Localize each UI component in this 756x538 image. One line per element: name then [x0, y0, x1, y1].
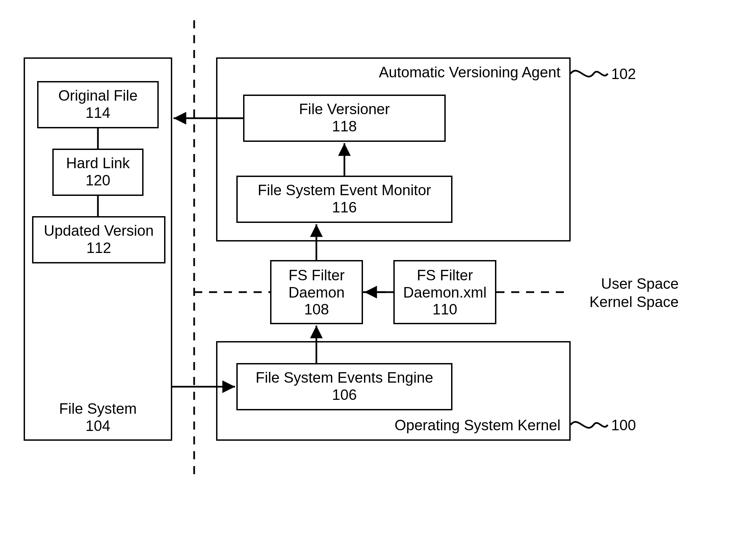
squiggle-100 — [571, 422, 608, 428]
hard-link-label: Hard Link 120 — [52, 155, 144, 189]
fs-filter-daemon-xml-label: FS Filter Daemon.xml 110 — [393, 267, 496, 318]
updated-version-label: Updated Version 112 — [32, 222, 165, 256]
file-versioner-num: 118 — [243, 118, 446, 135]
fs-filter-daemon-num: 108 — [270, 301, 363, 318]
updated-version-title: Updated Version — [32, 222, 165, 239]
hard-link-num: 120 — [52, 172, 144, 189]
agent-ref-num: 102 — [611, 66, 636, 82]
original-file-title: Original File — [37, 87, 159, 104]
updated-version-num: 112 — [32, 239, 165, 257]
event-monitor-title: File System Event Monitor — [236, 182, 452, 199]
fs-filter-daemon-xml-l1: FS Filter — [393, 267, 496, 284]
original-file-label: Original File 114 — [37, 87, 159, 121]
file-versioner-label: File Versioner 118 — [243, 101, 446, 135]
diagram-stage: File System 104 Original File 114 Hard L… — [0, 0, 756, 538]
user-space-label: User Space — [577, 276, 679, 292]
file-system-num: 104 — [24, 417, 172, 435]
event-monitor-num: 116 — [236, 199, 452, 216]
events-engine-num: 106 — [236, 386, 452, 404]
kernel-space-label: Kernel Space — [564, 294, 679, 310]
original-file-num: 114 — [37, 104, 159, 122]
fs-filter-daemon-l1: FS Filter — [270, 267, 363, 284]
events-engine-title: File System Events Engine — [236, 369, 452, 386]
agent-title: Automatic Versioning Agent — [216, 64, 561, 80]
fs-filter-daemon-xml-num: 110 — [393, 301, 496, 318]
fs-filter-daemon-label: FS Filter Daemon 108 — [270, 267, 363, 318]
event-monitor-label: File System Event Monitor 116 — [236, 182, 452, 216]
file-system-label: File System 104 — [24, 400, 172, 434]
kernel-title: Operating System Kernel — [216, 417, 561, 433]
fs-filter-daemon-l2: Daemon — [270, 284, 363, 301]
kernel-ref-num: 100 — [611, 417, 636, 433]
file-system-title: File System — [24, 400, 172, 417]
fs-filter-daemon-xml-l2: Daemon.xml — [393, 284, 496, 301]
squiggle-102 — [571, 71, 608, 76]
file-versioner-title: File Versioner — [243, 101, 446, 118]
events-engine-label: File System Events Engine 106 — [236, 369, 452, 403]
hard-link-title: Hard Link — [52, 155, 144, 172]
